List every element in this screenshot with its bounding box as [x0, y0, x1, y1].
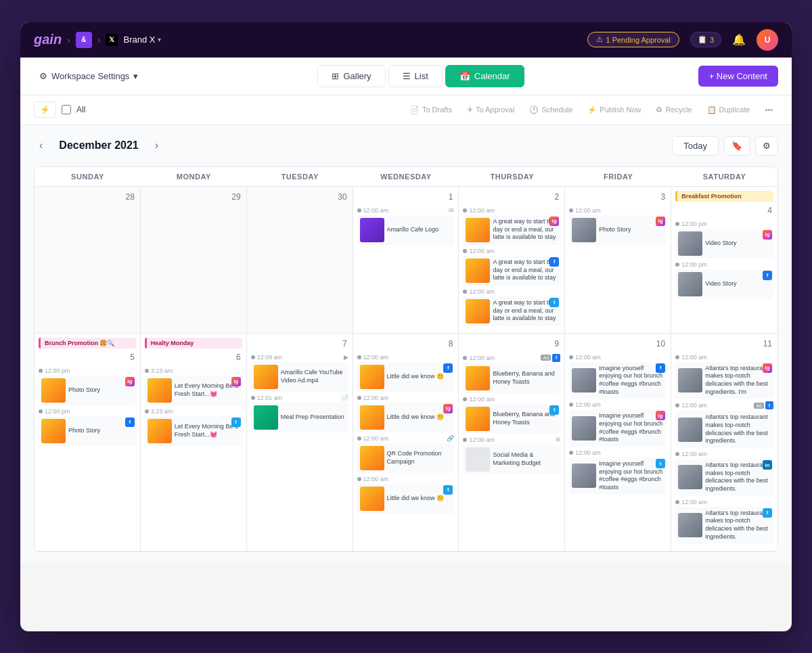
chevron-down-icon[interactable]: ▾ — [158, 36, 161, 43]
pending-approval-badge[interactable]: ⚠ 1 Pending Approval — [587, 32, 679, 47]
pending-approval-label: 1 Pending Approval — [606, 36, 670, 44]
content-card[interactable]: 12:00 am Photo Story ig — [569, 207, 667, 248]
card-body[interactable]: Photo Story f — [39, 416, 136, 446]
today-button[interactable]: Today — [672, 136, 719, 156]
content-card-3[interactable]: 12:00 am Imagine yourself enjoying our h… — [569, 449, 667, 497]
publish-now-action[interactable]: ⚡ Publish Now — [582, 103, 646, 117]
time-dot — [675, 222, 679, 226]
action-bar: ⚡ All 📄 To Drafts ✈ To Approval 🕐 Schedu… — [20, 95, 792, 125]
new-content-button[interactable]: + New Content — [698, 66, 778, 87]
card-body[interactable]: Let Every Morning Be a Fresh Start...💓 t — [145, 416, 242, 446]
workspace-settings-button[interactable]: ⚙ Workspace Settings ▾ — [34, 68, 143, 84]
content-card-2[interactable]: 12:00 am Ad f Atlanta's top restaurant m… — [675, 401, 773, 451]
to-drafts-action[interactable]: 📄 To Drafts — [405, 103, 457, 117]
logo: gain — [34, 32, 62, 47]
card-body[interactable]: QR Code Promotion Campaign — [357, 443, 455, 473]
card-thumbnail — [678, 368, 702, 392]
brand-selector-wrap[interactable]: Brand X ▾ — [123, 35, 161, 45]
card-body[interactable]: Social Media & Marketing Budget — [463, 445, 560, 474]
chevron-down-icon: ▾ — [133, 71, 138, 81]
card-body[interactable]: A great way to start the day or end a me… — [463, 215, 560, 245]
tab-calendar[interactable]: 📅 Calendar — [445, 65, 524, 87]
content-card-1[interactable]: 3:23 am Let Every Morning Be a Fresh Sta… — [145, 367, 242, 408]
card-body[interactable]: Atlanta's top restaurant makes top-notch… — [675, 411, 773, 448]
content-card-4[interactable]: 12:00 am Little did we know 🤫 t — [357, 476, 455, 516]
card-body[interactable]: A great way to start the day or end a me… — [463, 256, 560, 286]
tab-gallery[interactable]: ⊞ Gallery — [317, 65, 385, 87]
card-body[interactable]: Amarillo Cafe Logo — [357, 215, 455, 245]
card-thumbnail — [678, 465, 702, 489]
avatar[interactable]: U — [757, 29, 778, 51]
to-approval-action[interactable]: ✈ To Approval — [461, 103, 520, 117]
card-thumbnail — [360, 487, 384, 511]
card-body[interactable]: Let Every Morning Be a Fresh Start...💓 i… — [145, 376, 242, 405]
card-body[interactable]: Amarillo Cafe YouTube Video Ad.mp4 — [251, 362, 348, 392]
content-card-2[interactable]: 12:00 am A great way to start the day or… — [463, 248, 560, 288]
day-5: Brunch Promotion 🍔🔍 5 12:00 pm Photo Sto… — [35, 334, 141, 551]
card-body[interactable]: Atlanta's top restaurant makes top-notch… — [675, 362, 773, 399]
card-body[interactable]: Blueberry, Banana and Honey Toasts — [463, 363, 560, 393]
calendar-grid: SUNDAY MONDAY TUESDAY WEDNESDAY THURSDAY… — [34, 166, 778, 552]
file-icon: 📄 — [341, 395, 348, 401]
card-body[interactable]: Video Story ig — [675, 229, 773, 258]
content-card-1[interactable]: 12:09 am ▶ Amarillo Cafe YouTube Video A… — [251, 354, 348, 395]
recycle-action[interactable]: ♻ Recycle — [650, 103, 697, 117]
card-body[interactable]: Photo Story ig — [39, 376, 136, 405]
content-card-2[interactable]: 12:01 am 📄 Meal Prep Presentation — [251, 395, 348, 435]
bell-icon[interactable]: 🔔 — [732, 33, 746, 46]
content-card-2[interactable]: 12:00 am Imagine yourself enjoying our h… — [569, 401, 667, 449]
content-card[interactable]: 12:00 am ✉ Amarillo Cafe Logo — [357, 207, 455, 248]
card-body[interactable]: Little did we know 🤫 f — [357, 362, 455, 392]
content-card-1[interactable]: 12:00 am Imagine yourself enjoying our h… — [569, 354, 667, 402]
card-body[interactable]: Little did we know 🤫 t — [357, 484, 455, 514]
tab-list[interactable]: ☰ List — [388, 65, 443, 87]
settings-button[interactable]: ⚙ — [755, 136, 778, 156]
brand-name: Brand X — [123, 35, 155, 45]
nav-sep: › — [67, 35, 70, 45]
day-9: 9 12:00 am Ad f Blueberry, Banana and Ho… — [459, 334, 565, 551]
content-card-2[interactable]: 12:00 am Blueberry, Banana and Honey Toa… — [463, 396, 560, 436]
card-body[interactable]: Imagine yourself enjoying our hot brunch… — [569, 457, 667, 495]
card-body[interactable]: Photo Story ig — [569, 215, 667, 245]
linkedin-badge: in — [763, 460, 772, 470]
content-card-1[interactable]: 12:00 am A great way to start the day or… — [463, 207, 560, 248]
card-thumbnail — [254, 365, 278, 389]
card-body[interactable]: A great way to start the day or end a me… — [463, 296, 560, 326]
more-action[interactable]: ••• — [759, 103, 778, 116]
day-number: 7 — [251, 338, 348, 351]
content-card-3[interactable]: 12:00 am Atlanta's top restaurant makes … — [675, 451, 773, 499]
card-thumbnail — [254, 405, 278, 430]
content-card-1[interactable]: 12:00 pm Video Story ig — [675, 221, 773, 261]
facebook-badge: f — [549, 257, 559, 267]
card-body[interactable]: Blueberry, Banana and Honey Toasts t — [463, 404, 560, 434]
content-card-1[interactable]: 12:00 am Little did we know 🤫 f — [357, 354, 455, 395]
content-card-2[interactable]: 3:23 am Let Every Morning Be a Fresh Sta… — [145, 408, 242, 449]
card-body[interactable]: Imagine yourself enjoying our hot brunch… — [569, 409, 667, 447]
prev-month-button[interactable]: ‹ — [34, 137, 48, 154]
content-card-3[interactable]: 12:00 am ⊞ Social Media & Marketing Budg… — [463, 436, 560, 477]
duplicate-action[interactable]: 📋 Duplicate — [702, 103, 756, 117]
content-card-1[interactable]: 12:00 pm Photo Story ig — [39, 367, 136, 408]
card-body[interactable]: Video Story f — [675, 269, 773, 299]
content-card-3[interactable]: 12:00 am 🔗 QR Code Promotion Campaign — [357, 435, 455, 476]
day-4: Breakfast Promotion 4 12:00 pm Video Sto… — [671, 187, 777, 334]
schedule-action[interactable]: 🕐 Schedule — [524, 103, 578, 117]
content-card-2[interactable]: 12:00 pm Video Story f — [675, 261, 773, 302]
filter-button[interactable]: ⚡ — [34, 102, 56, 118]
content-card-4[interactable]: 12:00 am Atlanta's top restaurant makes … — [675, 499, 773, 547]
content-card-2[interactable]: 12:00 am Little did we know 🤫 ig — [357, 395, 455, 435]
bookmark-button[interactable]: 🔖 — [724, 136, 750, 156]
card-body[interactable]: Meal Prep Presentation — [251, 403, 348, 432]
card-body[interactable]: Atlanta's top restaurant makes top-notch… — [675, 507, 773, 544]
content-card-1[interactable]: 12:00 am Atlanta's top restaurant makes … — [675, 354, 773, 402]
card-body[interactable]: Little did we know 🤫 ig — [357, 403, 455, 432]
content-card-2[interactable]: 12:00 pm Photo Story f — [39, 408, 136, 449]
notifications-badge[interactable]: 📋 3 — [690, 32, 721, 47]
card-body[interactable]: Atlanta's top restaurant makes top-notch… — [675, 459, 773, 496]
select-all-checkbox[interactable] — [62, 105, 71, 114]
next-month-button[interactable]: › — [150, 137, 164, 154]
content-card-1[interactable]: 12:00 am Ad f Blueberry, Banana and Hone… — [463, 354, 560, 396]
card-body[interactable]: Imagine yourself enjoying our hot brunch… — [569, 362, 667, 399]
content-card-3[interactable]: 12:00 am A great way to start the day or… — [463, 288, 560, 329]
card-title: Let Every Morning Be a Fresh Start...💓 — [175, 382, 240, 398]
